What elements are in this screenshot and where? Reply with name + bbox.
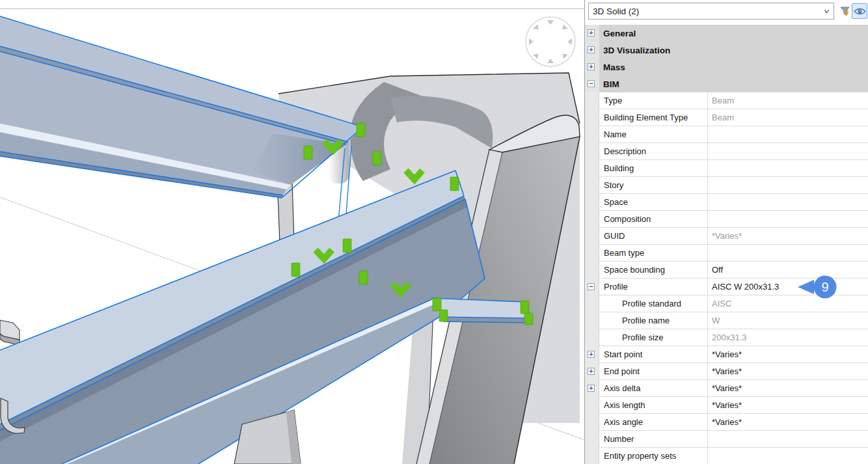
property-value[interactable] [708,126,868,143]
row-gutter [585,245,599,262]
property-value[interactable]: *Varies* [708,414,868,431]
selection-type-dropdown[interactable]: 3D Solid (2) ∨ [588,3,834,20]
property-row-guid[interactable]: GUID*Varies* [585,228,868,245]
property-value[interactable]: Beam [708,92,868,109]
row-gutter [585,211,599,228]
property-row-axis-angle[interactable]: Axis angle*Varies* [585,414,868,431]
property-value[interactable]: 200x31.3 [708,329,868,346]
section-label: 3D Visualization [599,42,868,59]
property-label: Axis length [599,397,708,414]
property-value[interactable] [708,245,868,262]
filter-lightning-icon [839,6,850,17]
property-label: Building Element Type [599,109,708,126]
quick-select-filter-button[interactable] [837,3,852,19]
expand-icon[interactable]: + [588,63,595,70]
row-gutter: + [585,363,599,380]
property-label: Profile size [599,329,708,346]
property-row-axis-length[interactable]: Axis length*Varies* [585,397,868,414]
section-header-mass[interactable]: +Mass [585,59,868,75]
chevron-down-icon[interactable]: ∨ [823,8,830,14]
property-label: Start point [599,346,708,363]
section-header-general[interactable]: +General [585,25,868,42]
property-value[interactable] [708,177,868,194]
property-row-profile-standard[interactable]: Profile standardAISC [585,295,868,312]
property-label: Type [599,92,708,109]
end-plate [0,320,20,345]
property-row-building-element-type[interactable]: Building Element TypeBeam [585,109,868,126]
property-row-entity-property-sets[interactable]: Entity property sets [585,448,868,464]
property-label: Name [599,126,708,143]
expand-icon[interactable]: + [588,29,595,36]
row-gutter: − [585,279,599,295]
property-row-building[interactable]: Building [585,160,868,177]
property-value[interactable] [708,194,868,211]
property-row-axis-delta[interactable]: +Axis delta*Varies* [585,380,868,397]
property-label: Profile standard [599,295,708,312]
expand-icon[interactable]: + [588,351,595,358]
property-label: Description [599,143,708,160]
row-gutter [585,448,599,464]
row-gutter [585,431,599,448]
section-label: BIM [599,75,868,92]
row-gutter: + [585,346,599,363]
property-value[interactable] [708,143,868,160]
property-value[interactable]: W [708,312,868,329]
property-value[interactable]: *Varies* [708,397,868,414]
property-row-start-point[interactable]: +Start point*Varies* [585,346,868,363]
expand-icon[interactable]: + [588,385,595,392]
collapse-icon[interactable]: − [588,283,595,290]
property-value[interactable]: *Varies* [708,380,868,397]
property-label: End point [599,363,708,380]
property-value[interactable]: Off [708,262,868,279]
property-row-composition[interactable]: Composition [585,211,868,228]
property-row-description[interactable]: Description [585,143,868,160]
expand-icon[interactable]: + [588,46,595,53]
property-value[interactable]: *Varies* [708,363,868,380]
property-value[interactable]: Beam [708,109,868,126]
property-row-beam-type[interactable]: Beam type [585,245,868,262]
expand-icon[interactable]: + [588,368,595,375]
property-value[interactable]: *Varies* [708,346,868,363]
property-label: Entity property sets [599,448,708,464]
property-label: Composition [599,211,708,228]
3d-viewport[interactable] [0,0,584,464]
property-label: Story [599,177,708,194]
property-row-number[interactable]: Number [585,431,868,448]
property-label: Axis angle [599,414,708,431]
property-value[interactable]: AISC [708,295,868,312]
property-label: GUID [599,228,708,245]
property-value[interactable]: AISC W 200x31.39 [708,279,868,295]
property-value[interactable] [708,431,868,448]
section-gutter: − [585,75,599,92]
property-row-space[interactable]: Space [585,194,868,211]
property-value[interactable] [708,211,868,228]
property-label: Number [599,431,708,448]
3d-model-canvas[interactable] [0,0,584,464]
properties-panel: 3D Solid (2) ∨ +General+3D Visualization… [584,0,868,464]
property-row-space-bounding[interactable]: Space boundingOff [585,262,868,279]
property-value[interactable] [708,160,868,177]
property-row-story[interactable]: Story [585,177,868,194]
property-row-type[interactable]: TypeBeam [585,92,868,109]
collapse-icon[interactable]: − [588,80,595,87]
row-gutter [585,126,599,143]
highlight-visibility-toggle[interactable] [852,3,867,19]
property-label: Building [599,160,708,177]
orbit-compass-icon[interactable] [526,17,575,66]
eye-icon [854,7,866,16]
property-row-profile-size[interactable]: Profile size200x31.3 [585,329,868,346]
row-gutter: + [585,380,599,397]
property-row-profile-name[interactable]: Profile nameW [585,312,868,329]
section-gutter: + [585,25,599,42]
section-header-3d-visualization[interactable]: +3D Visualization [585,42,868,59]
section-header-bim[interactable]: −BIM [585,75,868,92]
row-gutter [585,160,599,177]
property-value[interactable]: *Varies* [708,228,868,245]
property-row-end-point[interactable]: +End point*Varies* [585,363,868,380]
property-value[interactable] [708,448,868,464]
property-row-name[interactable]: Name [585,126,868,143]
property-row-profile[interactable]: −ProfileAISC W 200x31.39 [585,279,868,295]
section-gutter: + [585,59,599,75]
row-gutter [585,109,599,126]
row-gutter [585,92,599,109]
